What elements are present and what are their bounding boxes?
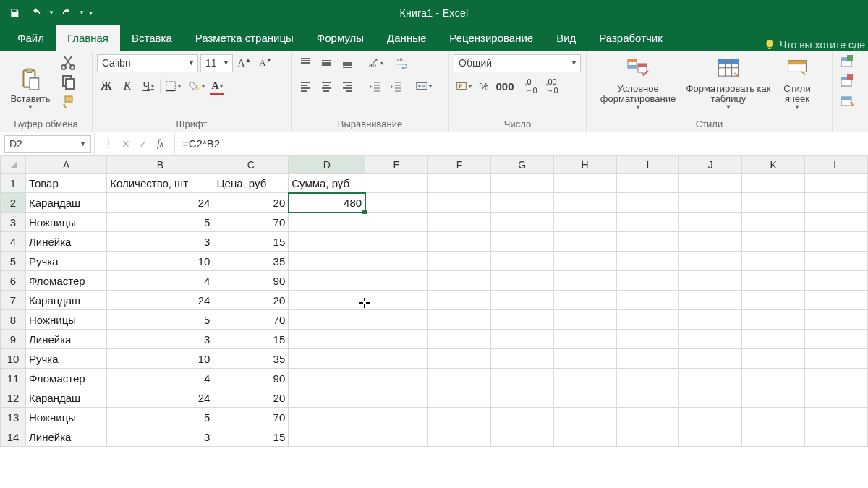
cell[interactable] xyxy=(553,427,616,447)
cell[interactable]: 20 xyxy=(213,193,289,213)
cell[interactable] xyxy=(616,232,679,252)
cell[interactable] xyxy=(742,291,805,310)
row-header[interactable]: 14 xyxy=(1,427,26,447)
cell[interactable] xyxy=(679,408,742,427)
cell[interactable]: 5 xyxy=(107,408,213,427)
cell[interactable] xyxy=(289,408,365,427)
cell[interactable] xyxy=(365,174,428,193)
cell[interactable] xyxy=(742,408,805,427)
cell[interactable] xyxy=(490,369,553,388)
cell[interactable]: 4 xyxy=(107,271,213,291)
cell[interactable] xyxy=(679,291,742,310)
cancel-formula-button[interactable]: ✕ xyxy=(118,138,134,150)
tab-рецензирование[interactable]: Рецензирование xyxy=(438,25,545,51)
row-header[interactable]: 9 xyxy=(1,330,26,349)
cell[interactable] xyxy=(742,193,805,213)
cell[interactable] xyxy=(805,427,868,447)
borders-button[interactable]: ▾ xyxy=(163,77,182,95)
column-header[interactable]: J xyxy=(679,156,742,174)
cell[interactable] xyxy=(427,349,490,369)
decrease-decimal-button[interactable]: ,00→0 xyxy=(542,77,561,95)
tab-вставка[interactable]: Вставка xyxy=(120,25,184,51)
cell[interactable] xyxy=(679,213,742,232)
cell[interactable]: Количество, шт xyxy=(107,174,213,193)
cell[interactable] xyxy=(805,193,868,213)
cell[interactable] xyxy=(553,213,616,232)
cell[interactable] xyxy=(427,213,490,232)
cell[interactable]: 3 xyxy=(107,427,213,447)
cell[interactable] xyxy=(742,330,805,349)
cell[interactable] xyxy=(490,427,553,447)
cell[interactable]: 3 xyxy=(107,330,213,349)
cell[interactable] xyxy=(289,369,365,388)
cell[interactable] xyxy=(289,271,365,291)
column-header[interactable]: K xyxy=(742,156,805,174)
cell[interactable] xyxy=(490,252,553,271)
italic-button[interactable]: К xyxy=(118,77,137,95)
column-header[interactable]: I xyxy=(616,156,679,174)
cell[interactable] xyxy=(365,408,428,427)
cell[interactable]: Товар xyxy=(25,174,106,193)
cell[interactable] xyxy=(553,291,616,310)
wrap-text-button[interactable]: ab xyxy=(393,53,412,72)
cell[interactable] xyxy=(553,388,616,408)
underline-button[interactable]: Ч▾ xyxy=(139,77,158,95)
cell[interactable] xyxy=(289,349,365,369)
cell[interactable] xyxy=(553,232,616,252)
cell[interactable] xyxy=(553,271,616,291)
decrease-font-button[interactable]: A▼ xyxy=(256,53,275,72)
cell[interactable]: 3 xyxy=(107,232,213,252)
cut-button[interactable] xyxy=(59,53,77,71)
cell[interactable]: 15 xyxy=(213,232,289,252)
cell[interactable] xyxy=(553,349,616,369)
cell[interactable]: Фломастер xyxy=(25,369,106,388)
cell[interactable]: 5 xyxy=(107,310,213,330)
column-header[interactable]: L xyxy=(805,156,868,174)
bold-button[interactable]: Ж xyxy=(97,77,116,95)
cell[interactable] xyxy=(427,174,490,193)
column-header[interactable]: C xyxy=(213,156,289,174)
cell[interactable] xyxy=(616,174,679,193)
cell[interactable]: 5 xyxy=(107,213,213,232)
orientation-button[interactable]: ab▾ xyxy=(365,53,384,72)
row-header[interactable]: 3 xyxy=(1,213,26,232)
font-color-button[interactable]: А▾ xyxy=(208,77,226,95)
cell[interactable] xyxy=(289,388,365,408)
cell[interactable] xyxy=(427,232,490,252)
cell[interactable]: 20 xyxy=(213,291,289,310)
cell[interactable] xyxy=(490,408,553,427)
cell[interactable] xyxy=(679,349,742,369)
cell[interactable]: Фломастер xyxy=(25,271,106,291)
cell[interactable] xyxy=(365,232,428,252)
decrease-indent-button[interactable] xyxy=(365,77,384,95)
column-header[interactable]: G xyxy=(490,156,553,174)
cell[interactable] xyxy=(616,427,679,447)
cell[interactable] xyxy=(805,349,868,369)
enter-formula-button[interactable]: ✓ xyxy=(135,138,151,150)
undo-caret[interactable]: ▼ xyxy=(48,9,55,16)
cell[interactable] xyxy=(553,369,616,388)
row-header[interactable]: 2 xyxy=(1,193,26,213)
increase-font-button[interactable]: A▲ xyxy=(235,53,254,72)
insert-function-button[interactable]: fx xyxy=(153,138,169,150)
cell[interactable] xyxy=(427,271,490,291)
cell[interactable] xyxy=(805,388,868,408)
cell[interactable] xyxy=(490,213,553,232)
cell[interactable] xyxy=(742,369,805,388)
cell[interactable] xyxy=(805,271,868,291)
cell[interactable]: 35 xyxy=(213,252,289,271)
cell[interactable] xyxy=(742,310,805,330)
cell[interactable] xyxy=(805,213,868,232)
cell[interactable] xyxy=(616,310,679,330)
cell[interactable] xyxy=(365,213,428,232)
cell[interactable] xyxy=(616,291,679,310)
cell[interactable] xyxy=(365,310,428,330)
row-header[interactable]: 4 xyxy=(1,232,26,252)
undo-button[interactable] xyxy=(26,4,46,22)
number-format-combo[interactable]: Общий▼ xyxy=(454,54,581,72)
cell[interactable] xyxy=(289,213,365,232)
copy-button[interactable] xyxy=(59,74,77,91)
cell[interactable] xyxy=(289,310,365,330)
cell[interactable] xyxy=(679,232,742,252)
increase-decimal-button[interactable]: ,0←0 xyxy=(522,77,540,95)
